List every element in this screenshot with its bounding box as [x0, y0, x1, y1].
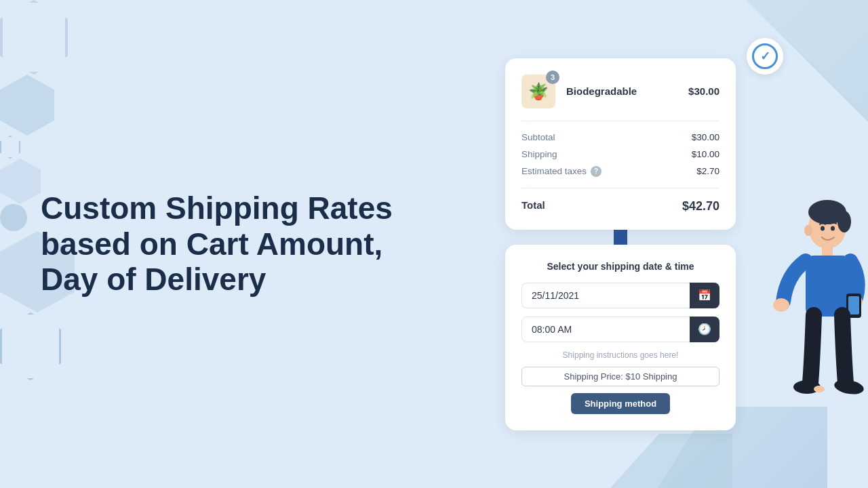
subtotal-value: $30.00 — [692, 132, 719, 142]
cart-count-badge: 3 — [546, 70, 559, 84]
clock-icon: 🕗 — [698, 323, 711, 336]
order-line-taxes: Estimated taxes ? $2.70 — [521, 166, 719, 177]
main-content: Custom Shipping Rates based on Cart Amou… — [0, 0, 868, 488]
connector-bar — [614, 230, 627, 245]
svg-rect-8 — [848, 296, 859, 314]
cards-wrapper: ✓ 🪴 3 Biodegradable $30.00 Subtot — [505, 58, 736, 430]
cart-item-price: $30.00 — [688, 85, 719, 97]
main-heading: Custom Shipping Rates based on Cart Amou… — [41, 190, 393, 298]
heading-line-2: based on Cart Amount, — [41, 226, 382, 262]
shipping-method-button[interactable]: Shipping method — [571, 393, 670, 414]
cart-item: 🪴 3 Biodegradable $30.00 — [521, 75, 719, 121]
shipping-price-badge: Shipping Price: $10 Shipping — [521, 367, 719, 386]
cart-item-name: Biodegradable — [566, 85, 677, 97]
left-panel: Custom Shipping Rates based on Cart Amou… — [41, 190, 414, 298]
shipping-instructions: Shipping instructions goes here! — [521, 350, 719, 360]
order-summary-card: 🪴 3 Biodegradable $30.00 Subtotal $30.00… — [505, 58, 736, 230]
subtotal-label: Subtotal — [521, 132, 555, 142]
calendar-button[interactable]: 📅 — [690, 283, 719, 308]
check-circle: ✓ — [752, 43, 778, 69]
svg-point-13 — [821, 226, 825, 230]
checkmark-icon: ✓ — [760, 49, 770, 64]
order-line-shipping: Shipping $10.00 — [521, 149, 719, 159]
check-badge: ✓ — [747, 38, 783, 75]
person-illustration — [746, 173, 868, 458]
shipping-label: Shipping — [521, 149, 557, 159]
clock-button[interactable]: 🕗 — [690, 317, 719, 342]
right-panel: ✓ 🪴 3 Biodegradable $30.00 Subtot — [414, 58, 827, 430]
svg-point-2 — [837, 211, 851, 232]
total-label: Total — [521, 199, 545, 214]
cart-badge-wrapper: 🪴 3 — [521, 75, 555, 108]
order-lines: Subtotal $30.00 Shipping $10.00 Estimate… — [521, 121, 719, 188]
svg-point-3 — [804, 225, 812, 236]
order-line-subtotal: Subtotal $30.00 — [521, 132, 719, 142]
taxes-label: Estimated taxes ? — [521, 166, 601, 177]
shipping-price-text: Shipping Price: $10 Shipping — [564, 371, 677, 382]
heading-line-1: Custom Shipping Rates — [41, 190, 393, 226]
time-input-wrapper: 🕗 — [521, 317, 719, 342]
shipping-value: $10.00 — [692, 149, 719, 159]
shipping-card: Select your shipping date & time 📅 🕗 — [505, 245, 736, 430]
taxes-help-icon[interactable]: ? — [591, 166, 601, 177]
svg-point-9 — [773, 298, 789, 312]
date-input-wrapper: 📅 — [521, 283, 719, 308]
calendar-icon: 📅 — [698, 289, 711, 302]
total-value: $42.70 — [682, 199, 719, 214]
heading-line-3: Day of Delivery — [41, 262, 266, 297]
svg-point-12 — [814, 386, 825, 392]
svg-point-14 — [831, 226, 835, 230]
shipping-card-title: Select your shipping date & time — [521, 261, 719, 272]
taxes-value: $2.70 — [696, 166, 719, 177]
order-total: Total $42.70 — [521, 188, 719, 214]
